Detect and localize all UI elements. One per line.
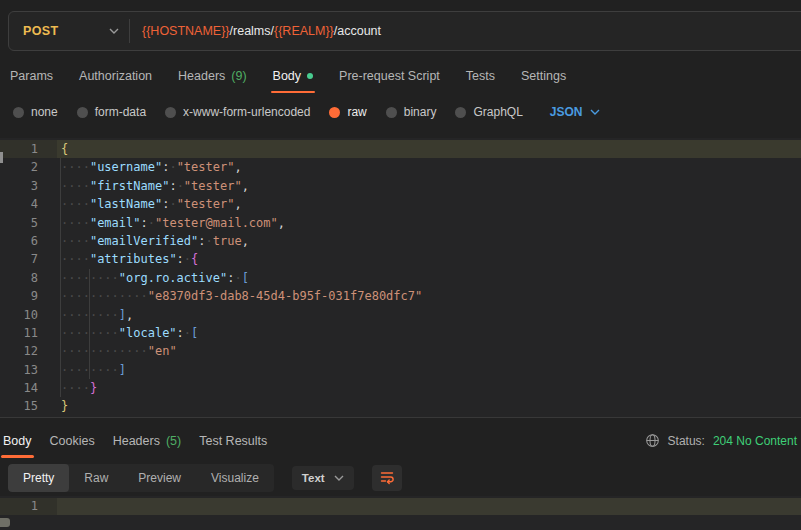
code-line[interactable]: 5····"email":·"tester@mail.com", bbox=[0, 214, 801, 232]
chevron-down-icon bbox=[109, 28, 119, 34]
code-token: ···· bbox=[61, 216, 90, 230]
code-line[interactable]: 6····"emailVerified":·true, bbox=[0, 232, 801, 250]
body-type-none[interactable]: none bbox=[13, 105, 58, 119]
line-number: 4 bbox=[0, 195, 57, 213]
option-label: none bbox=[31, 105, 58, 119]
code-text: ····"email":·"tester@mail.com", bbox=[57, 214, 801, 232]
code-line[interactable]: 2····"username":·"tester", bbox=[0, 158, 801, 176]
response-headers-count-badge: (5) bbox=[166, 434, 181, 448]
code-text: ········"locale":·[ bbox=[57, 324, 801, 342]
code-token: , bbox=[234, 160, 241, 174]
url-input[interactable]: {{HOSTNAME}}/realms/{{REALM}}/account bbox=[130, 24, 381, 38]
tab-label: Test Results bbox=[199, 434, 267, 448]
tab-body[interactable]: Body bbox=[273, 61, 314, 91]
response-tab-test-results[interactable]: Test Results bbox=[199, 426, 267, 456]
response-format-selector[interactable]: Text bbox=[292, 466, 354, 490]
code-line[interactable]: 1{ bbox=[0, 140, 801, 158]
tab-label: Body bbox=[3, 434, 32, 448]
code-text: ············"en" bbox=[57, 342, 801, 360]
response-view-group: Pretty Raw Preview Visualize bbox=[8, 464, 274, 492]
body-type-form-data[interactable]: form-data bbox=[77, 105, 146, 119]
code-token: "tester@mail.com" bbox=[155, 216, 278, 230]
view-visualize-button[interactable]: Visualize bbox=[196, 464, 274, 492]
body-type-graphql[interactable]: GraphQL bbox=[455, 105, 522, 119]
code-token: "en" bbox=[148, 344, 177, 358]
tab-headers[interactable]: Headers (9) bbox=[178, 61, 247, 91]
body-type-x-www-form-urlencoded[interactable]: x-www-form-urlencoded bbox=[165, 105, 310, 119]
code-line[interactable]: 3····"firstName":·"tester", bbox=[0, 177, 801, 195]
response-status: Status: 204 No Content bbox=[645, 424, 797, 457]
method-label: POST bbox=[23, 24, 59, 38]
response-tab-cookies[interactable]: Cookies bbox=[50, 426, 95, 456]
tab-authorization[interactable]: Authorization bbox=[79, 61, 152, 91]
body-type-options: none form-data x-www-form-urlencoded raw… bbox=[0, 99, 801, 125]
request-tabs: Params Authorization Headers (9) Body Pr… bbox=[0, 61, 801, 91]
code-token: [ bbox=[191, 326, 198, 340]
code-line[interactable]: 4····"lastName":·"tester", bbox=[0, 195, 801, 213]
code-line[interactable]: 10········], bbox=[0, 306, 801, 324]
code-token: } bbox=[61, 399, 68, 413]
code-line[interactable]: 13········] bbox=[0, 361, 801, 379]
chevron-down-icon bbox=[590, 109, 600, 115]
scrollbar-fragment[interactable] bbox=[0, 152, 3, 163]
body-type-raw[interactable]: raw bbox=[329, 105, 366, 119]
code-token: , bbox=[242, 234, 249, 248]
code-line[interactable]: 15} bbox=[0, 397, 801, 415]
code-token: { bbox=[191, 252, 198, 266]
response-tab-headers[interactable]: Headers (5) bbox=[113, 426, 182, 456]
code-line[interactable]: 9············"e8370df3-dab8-45d4-b95f-03… bbox=[0, 287, 801, 305]
raw-language-selector[interactable]: JSON bbox=[550, 105, 600, 119]
code-text: ····"attributes":·{ bbox=[57, 250, 801, 268]
code-line[interactable]: 8········"org.ro.active":·[ bbox=[0, 269, 801, 287]
code-line[interactable]: 1 bbox=[0, 498, 801, 515]
code-token: "org.ro.active" bbox=[119, 271, 227, 285]
view-pretty-button[interactable]: Pretty bbox=[8, 464, 69, 492]
tab-label: Authorization bbox=[79, 69, 152, 83]
code-text: ········] bbox=[57, 361, 801, 379]
line-number: 7 bbox=[0, 250, 57, 268]
code-line[interactable]: 12············"en" bbox=[0, 342, 801, 360]
code-token: · bbox=[169, 197, 176, 211]
line-number: 3 bbox=[0, 177, 57, 195]
code-line[interactable]: 7····"attributes":·{ bbox=[0, 250, 801, 268]
line-number: 1 bbox=[0, 140, 57, 158]
code-token: } bbox=[90, 381, 97, 395]
tab-pre-request-script[interactable]: Pre-request Script bbox=[339, 61, 440, 91]
tab-settings[interactable]: Settings bbox=[521, 61, 566, 91]
code-line[interactable]: 11········"locale":·[ bbox=[0, 324, 801, 342]
code-line[interactable]: 14····} bbox=[0, 379, 801, 397]
tab-params[interactable]: Params bbox=[10, 61, 53, 91]
code-text: ····} bbox=[57, 379, 801, 397]
request-body-editor[interactable]: 1{2····"username":·"tester",3····"firstN… bbox=[0, 138, 801, 417]
line-number: 8 bbox=[0, 269, 57, 287]
section-divider bbox=[0, 417, 801, 418]
body-type-binary[interactable]: binary bbox=[386, 105, 437, 119]
response-body-editor[interactable]: 1 bbox=[0, 496, 801, 530]
scrollbar-fragment[interactable] bbox=[0, 518, 10, 527]
code-token: , bbox=[126, 308, 133, 322]
response-tab-body[interactable]: Body bbox=[3, 426, 32, 456]
line-number: 5 bbox=[0, 214, 57, 232]
chevron-down-icon bbox=[334, 475, 344, 481]
option-label: binary bbox=[404, 105, 437, 119]
line-number: 14 bbox=[0, 379, 57, 397]
unsaved-changes-dot-icon bbox=[307, 73, 313, 79]
code-token: · bbox=[184, 326, 191, 340]
wrap-line-button[interactable] bbox=[372, 465, 402, 491]
code-token: [ bbox=[242, 271, 249, 285]
code-token: : bbox=[177, 252, 184, 266]
code-token: { bbox=[61, 142, 68, 156]
method-selector[interactable]: POST bbox=[9, 12, 129, 50]
code-token: "e8370df3-dab8-45d4-b95f-031f7e80dfc7" bbox=[148, 289, 423, 303]
code-token: · bbox=[184, 252, 191, 266]
tab-tests[interactable]: Tests bbox=[466, 61, 495, 91]
code-text: } bbox=[57, 397, 801, 415]
view-raw-button[interactable]: Raw bbox=[69, 464, 123, 492]
radio-icon bbox=[165, 107, 176, 118]
line-number: 2 bbox=[0, 158, 57, 176]
view-preview-button[interactable]: Preview bbox=[123, 464, 196, 492]
code-text bbox=[57, 498, 801, 515]
radio-selected-icon bbox=[329, 107, 340, 118]
line-number: 6 bbox=[0, 232, 57, 250]
option-label: form-data bbox=[95, 105, 146, 119]
